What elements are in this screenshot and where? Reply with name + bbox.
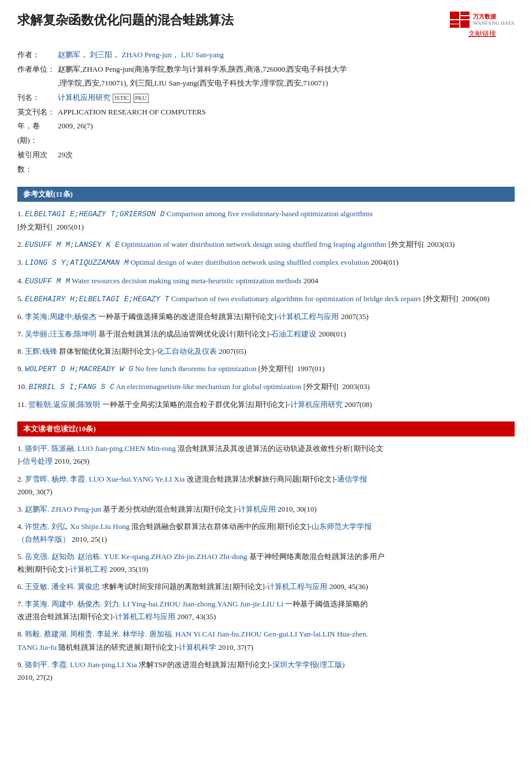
wanfang-logo-icon [450, 12, 471, 28]
authors-label: 作者： [17, 48, 58, 62]
ref-item-10: 10. BIRBIL S I;FANG S C An electromagnet… [17, 380, 515, 394]
also-read-item-9: 9. 骆剑平. 李霞. LUO Jian-ping.LI Xia 求解TSP的改… [17, 658, 515, 684]
cited-label: 被引用次数： [17, 148, 58, 176]
ref-item-7: 7. 吴华丽;汪玉春;陈坤明 基于混合蛙跳算法的成品油管网优化设计[期刊论文]-… [17, 328, 515, 341]
ref-1-link[interactable]: ELBELTAGI E;HEGAZY T;GRIERSON D Comparis… [25, 209, 372, 218]
ref-10-link[interactable]: BIRBIL S I;FANG S C An electromagnetism-… [29, 382, 302, 391]
svg-rect-1 [460, 12, 470, 15]
also-7-journal[interactable]: 计算机工程与应用 [115, 612, 175, 621]
also-read-item-7: 7. 李英海. 周建中. 杨俊杰. 刘力. LI Ying-hai.ZHOU J… [17, 598, 515, 623]
page-header: 求解复杂函数优化问题的混合蛙跳算法 万方数据 WANFANG DATA 文献链接 [17, 12, 515, 39]
meta-affiliation-row: 作者单位： 赵鹏军,ZHAO Peng-jun(商洛学院,数学与计算科学系,陕西… [17, 62, 515, 91]
logo-area: 万方数据 WANFANG DATA 文献链接 [450, 12, 515, 39]
also-8-cn-authors[interactable]: 韩毅. 蔡建湖. 周根贵. 李延米. 林华珍. 唐加福. [25, 630, 173, 638]
ref-item-4: 4. EUSUFF M M Water resources decision m… [17, 275, 515, 288]
author-link-1[interactable]: 赵鹏军 [58, 50, 80, 59]
affiliation-value: 赵鹏军,ZHAO Peng-jun(商洛学院,数学与计算科学系,陕西,商洛,72… [58, 62, 515, 91]
journal-label: 刊名： [17, 91, 58, 105]
also-4-cn-authors[interactable]: 许世杰. 刘弘. [25, 522, 68, 531]
also-5-cn-authors[interactable]: 岳克强. 赵知劲. 赵治栋. [25, 552, 102, 561]
meta-table: 作者： 赵鹏军， 刘三阳， ZHAO Peng-jun， LIU San-yan… [17, 48, 515, 176]
ref-7-authors[interactable]: 吴华丽;汪玉春;陈坤明 [25, 330, 97, 338]
ref-item-3: 3. LIONG S Y;ATIQUZZAMAN M Optimal desig… [17, 256, 515, 269]
also-4-en-authors[interactable]: Xu Shijie.Liu Hong [70, 522, 130, 531]
also-read-item-2: 2. 罗雪晖. 杨烨. 李霞. LUO Xue-hui.YANG Ye.LI X… [17, 473, 515, 498]
refs-list: 1. ELBELTAGI E;HEGAZY T;GRIERSON D Compa… [17, 208, 515, 411]
year-label: 年，卷(期)： [17, 119, 58, 147]
also-read-item-6: 6. 王亚敏. 潘全科. 冀俊忠 求解考试时间安排问题的离散蛙跳算法[期刊论文]… [17, 580, 515, 593]
ref-5-link[interactable]: ELBEHAIRY H;ELBELTAGI E;HEGAZY T Compari… [25, 294, 421, 303]
logo-text: 万方数据 WANFANG DATA [473, 13, 515, 27]
ref-6-journal[interactable]: 计算机工程与应用 [279, 312, 339, 321]
also-7-en-authors[interactable]: LI Ying-hai.ZHOU Jian-zhong.YANG Jun-jie… [123, 600, 283, 608]
badge-istic: ISTIC [113, 94, 131, 103]
ref-item-5: 5. ELBEHAIRY H;ELBELTAGI E;HEGAZY T Comp… [17, 293, 515, 306]
cite-link[interactable]: 文献链接 [468, 29, 496, 39]
also-4-journal[interactable]: 山东师范大学学报 [312, 522, 372, 531]
meta-cited-row: 被引用次数： 29次 [17, 148, 515, 176]
ref-11-journal[interactable]: 计算机应用研究 [290, 400, 343, 409]
journal-cn-link[interactable]: 计算机应用研究 [58, 93, 110, 102]
also-read-item-5: 5. 岳克强. 赵知劲. 赵治栋. YUE Ke-qiang.ZHAO Zhi-… [17, 550, 515, 576]
also-read-section-header: 本文读者也读过(10条) [17, 421, 515, 436]
also-5-en-authors[interactable]: YUE Ke-qiang.ZHAO Zhi-jin.ZHAO Zhi-dong [104, 552, 247, 561]
also-1-en-authors[interactable]: LUO Jian-ping.CHEN Min-rong [77, 444, 176, 453]
also-1-cn-authors[interactable]: 骆剑平. 陈派融. [25, 444, 76, 453]
also-2-cn-authors[interactable]: 罗雪晖. 杨烨. 李霞. [25, 475, 87, 483]
also-8-en-authors[interactable]: HAN Yi.CAI Jian-hu.ZHOU Gen-gui.LI Yan-l… [175, 630, 368, 638]
ref-7-journal[interactable]: 石油工程建设 [271, 330, 316, 338]
also-9-cn-authors[interactable]: 骆剑平. 李霞. [25, 660, 68, 669]
svg-rect-4 [450, 24, 459, 28]
affiliation-label: 作者单位： [17, 62, 58, 77]
ref-item-1: 1. ELBELTAGI E;HEGAZY T;GRIERSON D Compa… [17, 208, 515, 234]
also-2-journal[interactable]: 通信学报 [337, 475, 367, 483]
ref-item-8: 8. 王辉;钱锋 群体智能优化算法[期刊论文]-化工自动化及仪表 2007(05… [17, 345, 515, 358]
ref-item-11: 11. 贺毅朝;返应展;陈致明 一种基于全局劣汰策略的混合粒子群优化算法[期刊论… [17, 398, 515, 411]
also-read-list: 1. 骆剑平. 陈派融. LUO Jian-ping.CHEN Min-rong… [17, 442, 515, 684]
ref-9-link[interactable]: WOLPERT D H;MACREADY W G No free lunch t… [25, 364, 256, 373]
year-value: 2009, 26(7) [58, 119, 515, 134]
also-5-journal[interactable]: 计算机工程 [70, 565, 108, 574]
ref-item-2: 2. EUSUFF M M;LANSEY K E Optimization of… [17, 238, 515, 251]
page-title: 求解复杂函数优化问题的混合蛙跳算法 [17, 12, 234, 29]
ref-2-link[interactable]: EUSUFF M M;LANSEY K E Optimization of wa… [25, 240, 386, 249]
ref-4-link[interactable]: EUSUFF M M Water resources decision maki… [25, 276, 301, 285]
ref-3-link[interactable]: LIONG S Y;ATIQUZZAMAN M Optimal design o… [25, 258, 369, 267]
journal-en-value: APPLICATION RESEARCH OF COMPUTERS [58, 105, 515, 120]
also-2-en-authors[interactable]: LUO Xue-hui.YANG Ye.LI Xia [89, 475, 185, 483]
author-link-3[interactable]: ZHAO Peng-jun [122, 50, 172, 59]
svg-rect-3 [450, 20, 459, 24]
ref-item-9: 9. WOLPERT D H;MACREADY W G No free lunc… [17, 362, 515, 376]
also-1-journal[interactable]: 信号处理 [23, 457, 53, 465]
svg-rect-0 [450, 12, 459, 19]
also-6-cn-authors[interactable]: 王亚敏. 潘全科. 冀俊忠 [25, 582, 100, 591]
author-link-4[interactable]: LIU San-yang [181, 50, 224, 59]
svg-rect-5 [460, 20, 470, 28]
ref-8-authors[interactable]: 王辉;钱锋 [25, 347, 57, 356]
also-4-journal-sub[interactable]: （自然科学版） [17, 535, 70, 543]
svg-rect-2 [460, 16, 470, 19]
ref-item-6: 6. 李英海;周建中;杨俊杰 一种基于阈值选择策略的改进混合蛙跳算法[期刊论文]… [17, 310, 515, 323]
author-link-2[interactable]: 刘三阳 [90, 50, 112, 59]
ref-8-journal[interactable]: 化工自动化及仪表 [157, 347, 217, 356]
meta-authors-row: 作者： 赵鹏军， 刘三阳， ZHAO Peng-jun， LIU San-yan… [17, 48, 515, 62]
authors-value: 赵鹏军， 刘三阳， ZHAO Peng-jun， LIU San-yang [58, 48, 515, 62]
also-3-cn-authors[interactable]: 赵鹏军. [25, 505, 49, 513]
also-9-en-authors[interactable]: LUO Jian-ping.LI Xia [70, 660, 137, 669]
also-3-journal[interactable]: 计算机应用 [238, 505, 276, 513]
also-read-item-8: 8. 韩毅. 蔡建湖. 周根贵. 李延米. 林华珍. 唐加福. HAN Yi.C… [17, 628, 515, 653]
refs-section-header: 参考文献(11条) [17, 187, 515, 202]
also-3-en-authors[interactable]: ZHAO Peng-jun [51, 505, 101, 513]
meta-journal-row: 刊名： 计算机应用研究 ISTIC PKU [17, 91, 515, 105]
journal-en-label: 英文刊名： [17, 105, 58, 120]
badge-pku: PKU [134, 94, 149, 103]
ref-11-authors[interactable]: 贺毅朝;返应展;陈致明 [28, 400, 100, 409]
also-read-item-4: 4. 许世杰. 刘弘. Xu Shijie.Liu Hong 混合蛙跳融合蚁群算… [17, 520, 515, 546]
also-9-journal[interactable]: 深圳大学学报(理工版) [272, 660, 345, 669]
also-7-cn-authors[interactable]: 李英海. 周建中. 杨俊杰. 刘力. [25, 600, 121, 608]
also-6-journal[interactable]: 计算机工程与应用 [267, 582, 327, 591]
also-8-journal[interactable]: 计算机科学 [179, 643, 216, 652]
also-read-item-1: 1. 骆剑平. 陈派融. LUO Jian-ping.CHEN Min-rong… [17, 442, 515, 468]
also-8-en-authors-2[interactable]: TANG Jia-fu [17, 643, 57, 652]
ref-6-authors[interactable]: 李英海;周建中;杨俊杰 [25, 312, 97, 321]
